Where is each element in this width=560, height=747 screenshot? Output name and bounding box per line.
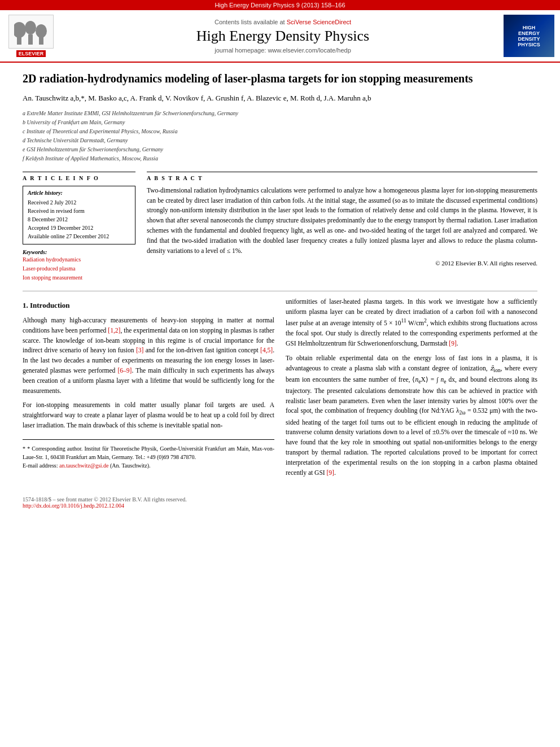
revised-date: 8 December 2012 [28,215,130,224]
keyword-2: Laser-produced plasma [23,264,135,273]
banner-text: High Energy Density Physics 9 (2013) 158… [215,2,345,8]
sciverse-link[interactable]: SciVerse ScienceDirect [287,19,351,25]
footer-left: 1574-1818/$ – see front matter © 2012 El… [23,496,187,509]
intro-section-title: 1. Introduction [23,300,274,311]
ref-4-5[interactable]: [4,5] [260,347,273,353]
paper-title: 2D radiation-hydrodynamics modeling of l… [23,71,537,86]
footnote-email: E-mail address: an.tauschwitz@gsi.de (An… [23,461,274,470]
affil-f: f Keldysh Institute of Applied Mathemati… [23,154,537,163]
affil-d: d Technische Universität Darmstadt, Germ… [23,136,537,145]
affil-a: a ExtreMe Matter Institute EMMI, GSI Hel… [23,109,537,118]
copyright-line: © 2012 Elsevier B.V. All rights reserved… [147,259,537,268]
affil-e: e GSI Helmholtzzentrum für Schwerionenfo… [23,145,537,154]
top-banner: High Energy Density Physics 9 (2013) 158… [0,0,560,10]
article-info-header: A R T I C L E I N F O [23,172,135,181]
issn-line: 1574-1818/$ – see front matter © 2012 El… [23,496,187,503]
elsevier-logo: ELSEVIER [6,15,56,57]
svg-point-1 [14,22,26,38]
accepted-line: Accepted 19 December 2012 [28,224,130,232]
abstract-header: A B S T R A C T [147,172,537,181]
available-line: Available online 27 December 2012 [28,232,130,241]
journal-header: ELSEVIER Contents lists available at Sci… [0,10,560,63]
ref-9-right[interactable]: [9] [449,340,456,347]
history-title: Article history: [28,190,130,196]
affil-b: b University of Frankfurt am Main, Germa… [23,118,537,127]
main-content: 2D radiation-hydrodynamics modeling of l… [0,63,560,491]
elsevier-label: ELSEVIER [16,50,46,57]
keywords-title: Keywords: [23,249,135,255]
body-columns: 1. Introduction Although many high-accur… [23,297,537,483]
article-info-abstract: A R T I C L E I N F O Article history: R… [23,172,537,282]
keyword-1: Radiation hydrodynamics [23,255,135,264]
footnote-text: * * Corresponding author. Institut für T… [23,444,274,461]
svg-point-5 [36,24,47,38]
abstract-section: A B S T R A C T Two-dimensional radiatio… [147,172,537,282]
authors-line: An. Tauschwitz a,b,*, M. Basko a,c, A. F… [23,93,537,104]
journal-logo-image: HIGH ENERGY DENSITY PHYSICS [504,15,554,57]
affil-c: c Institute of Theoretical and Experimen… [23,127,537,136]
homepage-link: journal homepage: www.elsevier.com/locat… [62,47,504,54]
journal-center: Contents lists available at SciVerse Sci… [62,19,504,54]
ref-9-right2[interactable]: [9] [327,469,334,476]
doi-line: http://dx.doi.org/10.1016/j.hedp.2012.12… [23,503,187,509]
ref-6-9[interactable]: [6–9] [117,367,132,374]
journal-title: High Energy Density Physics [62,28,504,45]
right-para2: To obtain reliable experimental data on … [286,353,537,478]
svg-rect-2 [28,34,33,45]
intro-section-num: 1. [23,301,28,309]
footnote-star: * [23,445,27,452]
footer: 1574-1818/$ – see front matter © 2012 El… [0,496,560,509]
intro-para1: Although many high-accuracy measurements… [23,316,274,396]
ref-1-2[interactable]: [1,2] [108,327,120,334]
ref-3[interactable]: [3] [136,347,143,353]
article-history-box: Article history: Received 2 July 2012 Re… [23,186,135,244]
keywords-box: Keywords: Radiation hydrodynamics Laser-… [23,249,135,282]
elsevier-logo-image [8,15,54,49]
received-line: Received 2 July 2012 [28,198,130,207]
svg-point-3 [25,21,36,34]
intro-section-name: Introduction [30,301,70,309]
keyword-3: Ion stopping measurement [23,273,135,282]
affiliations: a ExtreMe Matter Institute EMMI, GSI Hel… [23,109,537,163]
footnote-email-link[interactable]: an.tauschwitz@gsi.de [59,462,109,469]
left-column: 1. Introduction Although many high-accur… [23,297,274,483]
right-para1: uniformities of laser-heated plasma targ… [286,297,537,349]
sciverse-line: Contents lists available at SciVerse Sci… [62,19,504,25]
footnote-area: * * Corresponding author. Institut für T… [23,439,274,470]
received-revised-label: Received in revised form [28,207,130,215]
intro-para2: For ion-stopping measurements in cold ma… [23,400,274,430]
right-column: uniformities of laser-heated plasma targ… [286,297,537,483]
doi-link[interactable]: http://dx.doi.org/10.1016/j.hedp.2012.12… [23,503,124,509]
body-divider [23,291,537,291]
article-info: A R T I C L E I N F O Article history: R… [23,172,135,282]
abstract-text: Two-dimensional radiation hydrodynamics … [147,186,537,269]
